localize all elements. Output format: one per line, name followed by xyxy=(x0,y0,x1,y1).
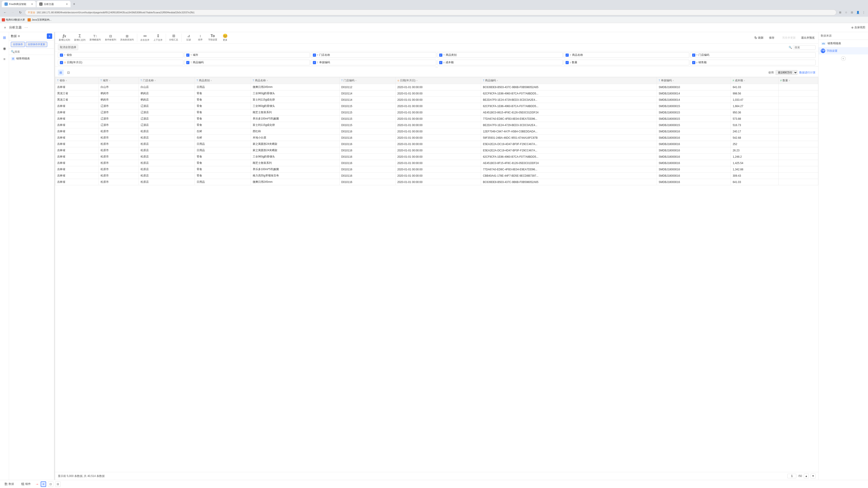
table-scroll-area[interactable]: T 省份 ▾ T 城市 ▾ xyxy=(55,77,818,472)
toolbar-refresh-btn[interactable]: ↻ 刷新 xyxy=(752,35,765,41)
profile-icon[interactable]: 👤 xyxy=(855,10,860,15)
tab-close-analysis[interactable]: × xyxy=(66,2,68,6)
col-sort-province[interactable]: ▾ xyxy=(66,79,67,82)
field-chip-province[interactable]: ✓ T 省份 xyxy=(58,52,183,58)
bookmark-icon[interactable]: ☆ xyxy=(844,10,848,15)
col-sort-store-code[interactable]: ▾ xyxy=(355,79,356,82)
sidebar-menu-icon[interactable]: ≡ xyxy=(1,56,8,63)
page-current-input[interactable] xyxy=(787,474,796,478)
toolbar-exit-preview-btn[interactable]: 退出并预览 xyxy=(799,35,816,41)
right-panel-field-settings[interactable]: T字 字段设置 xyxy=(818,47,868,55)
rows-option-select[interactable]: 前1000万行 xyxy=(776,70,798,75)
col-sort-order-code[interactable]: ▾ xyxy=(673,79,674,82)
toolbar-save-btn[interactable]: 保存 xyxy=(767,35,778,41)
table-list-view-btn[interactable]: ⊡ xyxy=(66,70,71,75)
address-input[interactable]: 不安全 192.168.171.80:8080/finebi/decision/… xyxy=(25,9,836,15)
bottom-view-btn-1[interactable]: ⊡ xyxy=(48,482,53,487)
toolbar-add-from-table-btn[interactable]: ⊞ 其他表添加列 xyxy=(119,33,135,42)
bottom-view-btn-2[interactable]: ⊟ xyxy=(55,482,61,487)
col-sort-product-code[interactable]: ▾ xyxy=(497,79,498,82)
col-sort-city[interactable]: ▾ xyxy=(109,79,110,82)
col-header-city[interactable]: T 城市 ▾ xyxy=(98,77,138,84)
data-panel-add-btn[interactable]: + xyxy=(47,33,52,39)
save-update-btn[interactable]: 全部保存并更新 xyxy=(26,42,47,47)
refresh-button[interactable]: ↻ xyxy=(17,9,24,15)
field-chip-product-code[interactable]: ✓ T 商品编码 xyxy=(184,60,310,65)
sidebar-component-icon[interactable]: ◉ xyxy=(1,45,8,52)
col-header-date[interactable]: ⊙ 日期(年月日) ▾ xyxy=(395,77,481,84)
col-header-store-code[interactable]: T 门店编码 ▾ xyxy=(339,77,395,84)
toolbar-more-btn[interactable]: 😊 更多 xyxy=(219,33,231,42)
toolbar-formula-col-btn[interactable]: fx 新增公式列 xyxy=(57,33,72,42)
sidebar-data-icon[interactable]: ⊞ xyxy=(1,34,8,41)
bottom-tab-data[interactable]: 数 数据 xyxy=(2,481,17,487)
toolbar-lr-merge-btn[interactable]: ⇔ 左右合并 xyxy=(138,33,151,42)
lineage-view-btn[interactable]: ⊕ 血缘视图 xyxy=(851,26,865,29)
tab-close-finebi[interactable]: × xyxy=(31,2,33,6)
col-sort-qty[interactable]: ▾ xyxy=(789,79,790,82)
extension-icon[interactable]: ⊟ xyxy=(849,10,855,15)
bottom-tab-component[interactable]: 组 组件 xyxy=(19,481,33,487)
field-search-input[interactable] xyxy=(793,45,815,50)
field-chip-store-code[interactable]: ✓ T 门店编码 xyxy=(690,52,815,58)
table-cell: 零食 xyxy=(195,173,251,179)
field-chip-sales[interactable]: ✓ # 销售额 xyxy=(690,60,815,65)
toolbar-sort-btn[interactable]: ↕ 排序 xyxy=(195,33,206,42)
field-chip-order-code[interactable]: ✓ T 单据编码 xyxy=(311,60,436,65)
right-panel-sales-table-item[interactable]: xls 销售明细表 xyxy=(818,40,868,47)
forward-button[interactable]: → xyxy=(9,9,16,15)
toolbar-filter-btn[interactable]: ⊿ 过滤 xyxy=(183,33,194,42)
field-chip-store-name[interactable]: ✓ T 门店名称 xyxy=(311,52,436,58)
bookmark-ecommerce[interactable]: 电商618数据大屏 xyxy=(2,18,25,22)
refresh-icon: ↻ xyxy=(754,36,757,40)
col-sort-date[interactable]: ▾ xyxy=(416,79,417,82)
field-chip-qty[interactable]: ✓ # 数量 xyxy=(563,60,689,65)
toolbar-assign-col-btn[interactable]: T↑ 新增赋值列 xyxy=(88,33,103,42)
col-header-store-name[interactable]: T 门店名称 ▾ xyxy=(138,77,195,84)
field-chip-product-cat[interactable]: ✓ T 商品类别 xyxy=(437,52,563,58)
page-prev-btn[interactable]: ▲ xyxy=(804,474,809,479)
field-chip-city[interactable]: ✓ T 城市 xyxy=(184,52,310,58)
toolbar-group-btn[interactable]: ⊞ 分组汇总 xyxy=(167,33,180,42)
bookmark-java[interactable]: Java互联网架构... xyxy=(28,18,51,22)
col-header-qty[interactable]: # 数量 ▾ xyxy=(778,77,818,84)
translate-icon[interactable]: ⊞ xyxy=(838,10,843,15)
toolbar-ud-merge-btn[interactable]: ⇕ 上下合并 xyxy=(152,33,164,42)
table-cell: 日用品 xyxy=(195,147,251,154)
sales-table-item[interactable]: 表 销售明细表 xyxy=(9,55,54,62)
data-search-input[interactable] xyxy=(14,50,52,53)
col-sort-product-name[interactable]: ▾ xyxy=(267,79,268,82)
field-name-order-code: 单据编码 xyxy=(319,61,330,64)
calc-data-btn[interactable]: 数据进行计算 xyxy=(799,71,815,74)
col-header-product-code[interactable]: T 商品编码 ▾ xyxy=(481,77,657,84)
col-sort-product-cat[interactable]: ▾ xyxy=(211,79,212,82)
tab-analysis[interactable]: 分 分析主题 × xyxy=(37,1,70,7)
save-all-btn[interactable]: 全部保存 xyxy=(11,42,25,47)
field-chip-cost[interactable]: ✓ # 成本额 xyxy=(437,60,563,65)
col-sort-cost[interactable]: ▾ xyxy=(744,79,745,82)
tab-finebi[interactable]: F FineBI商业智能 × xyxy=(2,1,36,7)
col-header-product-cat[interactable]: T 商品类别 ▾ xyxy=(195,77,251,84)
col-sort-store-name[interactable]: ▾ xyxy=(155,79,156,82)
toolbar-condition-col-btn[interactable]: ⊟ 条件标签列 xyxy=(103,33,118,42)
app-more-icon[interactable]: ⋯ xyxy=(24,25,28,30)
new-tab-button[interactable]: + xyxy=(71,1,77,7)
right-panel-add-btn[interactable]: + xyxy=(841,56,846,61)
deselect-all-btn[interactable]: 取消全部选择 xyxy=(58,44,78,50)
toolbar-save-update-btn[interactable]: 另存并更新 xyxy=(780,35,798,41)
toolbar-summary-col-btn[interactable]: Σ 新增汇总列 xyxy=(72,33,87,42)
back-button[interactable]: ← xyxy=(2,9,8,15)
col-header-province[interactable]: T 省份 ▾ xyxy=(55,77,99,84)
col-header-product-name[interactable]: T 商品名称 ▾ xyxy=(251,77,339,84)
col-header-cost[interactable]: # 成本额 ▾ xyxy=(731,77,778,84)
field-chip-product-name[interactable]: ✓ T 商品名称 xyxy=(563,52,689,58)
app-nav-icon[interactable]: ≡ xyxy=(3,25,7,30)
col-header-order-code[interactable]: T 单据编码 ▾ xyxy=(657,77,731,84)
toolbar-field-settings-btn[interactable]: To 字段设置 xyxy=(206,33,219,42)
menu-icon[interactable]: ⋮ xyxy=(861,10,866,15)
field-chip-date[interactable]: ✓ ⊙ 日期(年月日) xyxy=(58,60,183,65)
data-settings-icon[interactable]: ⚙ xyxy=(18,35,20,38)
section-drag-handle[interactable]: ⋯ xyxy=(55,66,818,68)
page-next-btn[interactable]: ▼ xyxy=(811,474,815,479)
table-grid-view-btn[interactable]: ⊞ xyxy=(58,70,64,75)
